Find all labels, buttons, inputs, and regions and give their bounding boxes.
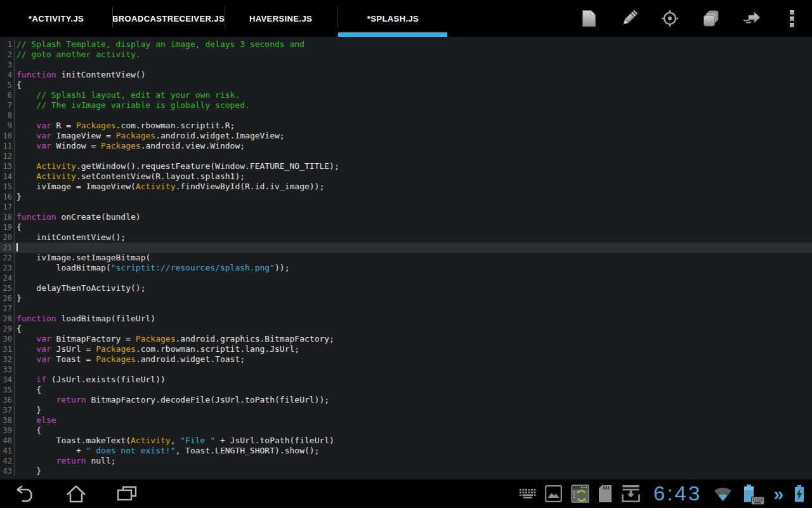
code-line[interactable]: 32 var Toast = Packages.android.widget.T… — [0, 354, 812, 364]
code-line[interactable]: 25 delayThenToActivity(); — [0, 283, 812, 293]
code-line[interactable]: 21 — [0, 243, 812, 253]
code-line[interactable]: 26} — [0, 293, 812, 304]
line-content: var Window = Packages.android.view.Windo… — [15, 141, 245, 151]
code-line[interactable]: 42 return null; — [0, 456, 812, 466]
code-line[interactable]: 13 Activity.getWindow().requestFeature(W… — [0, 161, 812, 171]
overflow-menu-button[interactable] — [771, 0, 812, 37]
edit-button[interactable] — [609, 0, 650, 37]
code-line[interactable]: 10 var ImageView = Packages.android.widg… — [0, 131, 812, 141]
battery-keyboard-status[interactable] — [742, 483, 764, 505]
copy-pages-button[interactable] — [690, 0, 731, 37]
line-number: 40 — [0, 436, 15, 446]
code-line[interactable]: 14 Activity.setContentView(R.layout.spla… — [0, 171, 812, 182]
line-number: 41 — [0, 446, 15, 456]
wifi-status[interactable] — [713, 486, 733, 502]
tab-haversine-js[interactable]: HAVERSINE.JS — [225, 0, 337, 37]
code-line[interactable]: 18function onCreate(bundle) — [0, 212, 812, 222]
line-content: { — [15, 222, 22, 232]
tab-splash-js[interactable]: *SPLASH.JS — [337, 0, 449, 37]
code-line[interactable]: 23 loadBitmap("scriptit://resources/spla… — [0, 263, 812, 273]
code-line[interactable]: 37 } — [0, 405, 812, 415]
code-line[interactable]: 27 — [0, 304, 812, 314]
code-line[interactable]: 35 { — [0, 385, 812, 395]
code-line[interactable]: 38 else — [0, 415, 812, 425]
back-button[interactable] — [0, 479, 51, 508]
line-number: 28 — [0, 314, 15, 324]
new-file-button[interactable] — [568, 0, 609, 37]
line-content: { — [15, 385, 41, 395]
line-content: var Toast = Packages.android.widget.Toas… — [15, 354, 245, 364]
code-line[interactable]: 29{ — [0, 324, 812, 334]
line-number: 27 — [0, 304, 15, 314]
code-line[interactable]: 7 // The ivImage variable is globally sc… — [0, 100, 812, 110]
code-line[interactable]: 24 — [0, 273, 812, 283]
code-line[interactable]: 20 initContentView(); — [0, 232, 812, 243]
battery-charging-status[interactable] — [793, 485, 806, 503]
recents-button[interactable] — [102, 479, 152, 508]
line-number: 35 — [0, 385, 15, 395]
code-line[interactable]: 41 + " does not exist!", Toast.LENGTH_SH… — [0, 446, 812, 456]
line-number: 29 — [0, 324, 15, 334]
code-line[interactable]: 17 — [0, 202, 812, 212]
code-line[interactable]: 34 if (JsUrl.exists(fileUrl)) — [0, 375, 812, 385]
code-line[interactable]: 2// goto another activity. — [0, 50, 812, 60]
code-line[interactable]: 19{ — [0, 222, 812, 232]
tab-broadcastreceiver-js[interactable]: BROADCASTRECEIVER.JS — [112, 0, 225, 37]
line-content: Activity.getWindow().requestFeature(Wind… — [15, 161, 339, 171]
sd-card-notification[interactable] — [598, 485, 612, 502]
line-content — [15, 364, 16, 375]
line-number: 8 — [0, 110, 15, 121]
code-line[interactable]: 30 var BitmapFactory = Packages.android.… — [0, 334, 812, 344]
edit-pencil-icon — [620, 10, 638, 27]
code-line[interactable]: 8 — [0, 110, 812, 121]
code-line[interactable]: 1// Splash Template, display an image, d… — [0, 39, 812, 50]
code-line[interactable]: 43 } — [0, 466, 812, 476]
jump-to-target-button[interactable] — [650, 0, 690, 37]
code-line[interactable]: 40 Toast.makeText(Activity, "File " + Js… — [0, 436, 812, 446]
line-content — [15, 151, 16, 161]
toolbar — [568, 0, 812, 37]
line-content — [15, 243, 18, 253]
line-content: // Splash Template, display an image, de… — [15, 39, 304, 50]
code-line[interactable]: 9 var R = Packages.com.rbowman.scriptit.… — [0, 121, 812, 131]
code-line[interactable]: 4function initContentView() — [0, 70, 812, 80]
expand-chevrons-icon[interactable]: » — [774, 481, 784, 507]
line-content: // The ivImage variable is globally scop… — [15, 100, 250, 110]
line-content: return null; — [15, 456, 116, 466]
code-line[interactable]: 33 — [0, 364, 812, 375]
nav-buttons — [0, 479, 152, 508]
code-line[interactable]: 3 — [0, 60, 812, 70]
code-line[interactable]: 12 — [0, 151, 812, 161]
code-line[interactable]: 15 ivImage = ImageView(Activity.findView… — [0, 182, 812, 192]
line-number: 13 — [0, 161, 15, 171]
clock[interactable]: 6:43 — [653, 480, 702, 507]
line-number: 2 — [0, 50, 15, 60]
line-number: 30 — [0, 334, 15, 344]
app-sync-notification[interactable] — [571, 485, 589, 503]
code-line[interactable]: 36 return BitmapFactory.decodeFile(JsUrl… — [0, 395, 812, 405]
code-line[interactable]: 31 var JsUrl = Packages.com.rbowman.scri… — [0, 344, 812, 354]
copy-pages-icon — [702, 10, 719, 27]
code-editor[interactable]: 1// Splash Template, display an image, d… — [0, 37, 812, 479]
line-number: 6 — [0, 90, 15, 100]
line-number: 21 — [0, 243, 15, 253]
code-line[interactable]: 28function loadBitmap(fileUrl) — [0, 314, 812, 324]
code-line[interactable]: 11 var Window = Packages.android.view.Wi… — [0, 141, 812, 151]
code-line[interactable]: 16} — [0, 192, 812, 202]
gallery-icon — [545, 485, 562, 502]
code-line[interactable]: 39 { — [0, 425, 812, 436]
forward-arrow-icon — [741, 11, 761, 25]
tab-activity-js[interactable]: *ACTIVITY.JS — [0, 0, 112, 37]
keyboard-notification[interactable] — [520, 489, 536, 498]
line-number: 17 — [0, 202, 15, 212]
run-forward-button[interactable] — [731, 0, 771, 37]
gallery-notification[interactable] — [545, 485, 562, 502]
home-button[interactable] — [51, 479, 102, 508]
tab-strip: *ACTIVITY.JSBROADCASTRECEIVER.JSHAVERSIN… — [0, 0, 449, 37]
code-line[interactable]: 22 ivImage.setImageBitmap( — [0, 253, 812, 263]
code-line[interactable]: 5{ — [0, 80, 812, 90]
line-number: 1 — [0, 39, 15, 50]
tab-label: *ACTIVITY.JS — [29, 14, 84, 23]
code-line[interactable]: 6 // Splash1 layout, edit at your own ri… — [0, 90, 812, 100]
screenshot-tray-notification[interactable] — [621, 485, 641, 502]
